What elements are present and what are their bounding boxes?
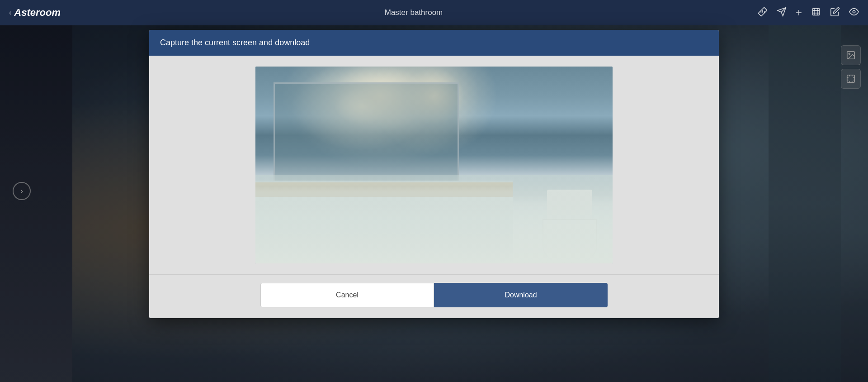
send-icon[interactable] bbox=[777, 7, 787, 19]
vanity-element bbox=[255, 181, 513, 263]
crop-icon[interactable] bbox=[811, 7, 821, 19]
countertop-element bbox=[255, 182, 513, 197]
modal-title: Capture the current screen and download bbox=[160, 38, 310, 47]
svg-point-14 bbox=[853, 10, 855, 13]
capture-modal: Capture the current screen and download … bbox=[149, 30, 719, 318]
download-button[interactable]: Download bbox=[434, 283, 608, 307]
toolbar: + bbox=[758, 6, 859, 19]
mirror-element bbox=[274, 82, 459, 191]
ruler-icon[interactable] bbox=[758, 7, 768, 19]
page-title: Master bathroom bbox=[70, 8, 758, 17]
add-icon[interactable]: + bbox=[796, 6, 802, 19]
back-chevron-icon: ‹ bbox=[9, 9, 11, 17]
cancel-button[interactable]: Cancel bbox=[260, 283, 434, 307]
modal-overlay: Capture the current screen and download … bbox=[0, 25, 868, 382]
modal-footer: Cancel Download bbox=[149, 274, 719, 318]
edit-icon[interactable] bbox=[830, 7, 840, 19]
toilet-tank bbox=[547, 190, 592, 219]
svg-rect-9 bbox=[813, 8, 820, 15]
toilet-element bbox=[538, 165, 602, 264]
modal-body bbox=[149, 56, 719, 274]
preview-image bbox=[255, 67, 613, 263]
toilet-bowl bbox=[542, 219, 597, 263]
modal-header: Capture the current screen and download bbox=[149, 30, 719, 56]
eye-icon[interactable] bbox=[849, 7, 859, 19]
app-logo: Asteroom bbox=[14, 7, 61, 19]
top-navbar: ‹ Asteroom Master bathroom + bbox=[0, 0, 868, 25]
back-button[interactable]: ‹ Asteroom bbox=[9, 7, 61, 19]
